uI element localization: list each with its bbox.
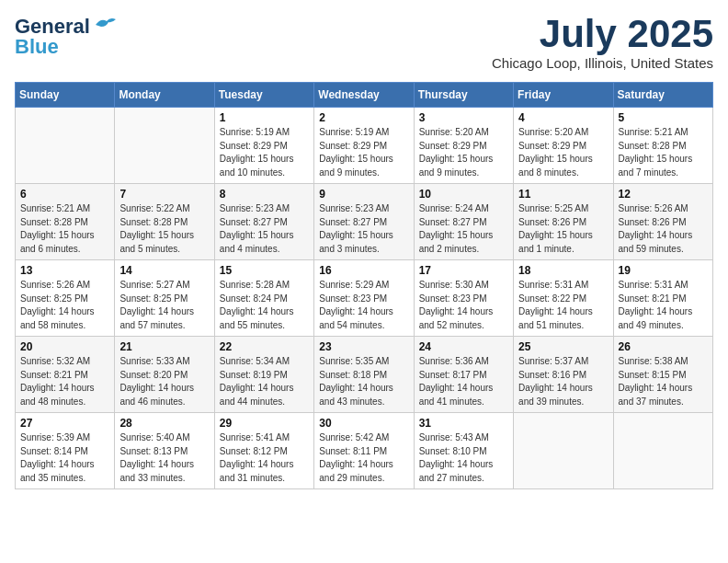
calendar-cell: 31Sunrise: 5:43 AMSunset: 8:10 PMDayligh… bbox=[414, 413, 513, 489]
logo-bird-icon bbox=[94, 16, 118, 34]
day-info: Sunrise: 5:21 AMSunset: 8:28 PMDaylight:… bbox=[619, 126, 708, 179]
calendar-cell bbox=[115, 108, 214, 184]
day-info: Sunrise: 5:27 AMSunset: 8:25 PMDaylight:… bbox=[119, 279, 209, 332]
weekday-header-friday: Friday bbox=[514, 83, 613, 108]
day-info: Sunrise: 5:26 AMSunset: 8:25 PMDaylight:… bbox=[20, 279, 109, 332]
day-number: 4 bbox=[518, 111, 608, 124]
calendar-cell: 19Sunrise: 5:31 AMSunset: 8:21 PMDayligh… bbox=[613, 260, 712, 337]
calendar-week-row: 13Sunrise: 5:26 AMSunset: 8:25 PMDayligh… bbox=[16, 260, 713, 337]
day-number: 10 bbox=[419, 188, 508, 201]
calendar-cell: 11Sunrise: 5:25 AMSunset: 8:26 PMDayligh… bbox=[514, 184, 613, 260]
day-info: Sunrise: 5:35 AMSunset: 8:18 PMDaylight:… bbox=[319, 355, 408, 408]
calendar-cell: 24Sunrise: 5:36 AMSunset: 8:17 PMDayligh… bbox=[414, 337, 513, 413]
day-info: Sunrise: 5:28 AMSunset: 8:24 PMDaylight:… bbox=[220, 279, 309, 332]
day-info: Sunrise: 5:31 AMSunset: 8:21 PMDaylight:… bbox=[619, 279, 708, 332]
page-header: General Blue July 2025 Chicago Loop, Ill… bbox=[15, 15, 713, 71]
calendar-cell: 6Sunrise: 5:21 AMSunset: 8:28 PMDaylight… bbox=[16, 184, 115, 260]
day-info: Sunrise: 5:34 AMSunset: 8:19 PMDaylight:… bbox=[220, 355, 309, 408]
day-number: 30 bbox=[319, 417, 408, 430]
day-info: Sunrise: 5:21 AMSunset: 8:28 PMDaylight:… bbox=[20, 202, 109, 256]
logo-blue: Blue bbox=[15, 35, 59, 59]
day-info: Sunrise: 5:19 AMSunset: 8:29 PMDaylight:… bbox=[220, 126, 309, 179]
calendar-header-row: SundayMondayTuesdayWednesdayThursdayFrid… bbox=[16, 83, 713, 108]
calendar-cell: 21Sunrise: 5:33 AMSunset: 8:20 PMDayligh… bbox=[115, 337, 214, 413]
day-number: 11 bbox=[518, 188, 608, 201]
day-number: 26 bbox=[619, 340, 708, 353]
day-info: Sunrise: 5:20 AMSunset: 8:29 PMDaylight:… bbox=[419, 126, 508, 179]
weekday-header-wednesday: Wednesday bbox=[314, 83, 414, 108]
day-info: Sunrise: 5:29 AMSunset: 8:23 PMDaylight:… bbox=[319, 279, 408, 332]
logo: General Blue bbox=[15, 15, 118, 59]
calendar-table: SundayMondayTuesdayWednesdayThursdayFrid… bbox=[15, 82, 713, 489]
day-info: Sunrise: 5:39 AMSunset: 8:14 PMDaylight:… bbox=[20, 431, 109, 485]
day-number: 25 bbox=[518, 340, 608, 353]
day-number: 19 bbox=[619, 264, 708, 277]
day-info: Sunrise: 5:38 AMSunset: 8:15 PMDaylight:… bbox=[619, 355, 708, 408]
day-number: 28 bbox=[119, 417, 209, 430]
calendar-cell bbox=[613, 413, 712, 489]
weekday-header-saturday: Saturday bbox=[613, 83, 712, 108]
day-number: 12 bbox=[619, 188, 708, 201]
day-info: Sunrise: 5:43 AMSunset: 8:10 PMDaylight:… bbox=[419, 431, 508, 485]
calendar-cell: 27Sunrise: 5:39 AMSunset: 8:14 PMDayligh… bbox=[16, 413, 115, 489]
calendar-cell: 5Sunrise: 5:21 AMSunset: 8:28 PMDaylight… bbox=[613, 108, 712, 184]
day-info: Sunrise: 5:37 AMSunset: 8:16 PMDaylight:… bbox=[518, 355, 608, 408]
calendar-cell: 7Sunrise: 5:22 AMSunset: 8:28 PMDaylight… bbox=[115, 184, 214, 260]
day-number: 17 bbox=[419, 264, 508, 277]
weekday-header-sunday: Sunday bbox=[16, 83, 115, 108]
calendar-cell: 14Sunrise: 5:27 AMSunset: 8:25 PMDayligh… bbox=[115, 260, 214, 337]
title-section: July 2025 Chicago Loop, Illinois, United… bbox=[492, 15, 713, 71]
day-number: 14 bbox=[119, 264, 209, 277]
day-info: Sunrise: 5:30 AMSunset: 8:23 PMDaylight:… bbox=[419, 279, 508, 332]
calendar-cell: 18Sunrise: 5:31 AMSunset: 8:22 PMDayligh… bbox=[514, 260, 613, 337]
day-number: 24 bbox=[419, 340, 508, 353]
weekday-header-monday: Monday bbox=[115, 83, 214, 108]
calendar-week-row: 27Sunrise: 5:39 AMSunset: 8:14 PMDayligh… bbox=[16, 413, 713, 489]
calendar-cell: 26Sunrise: 5:38 AMSunset: 8:15 PMDayligh… bbox=[613, 337, 712, 413]
day-number: 7 bbox=[119, 188, 209, 201]
day-number: 31 bbox=[419, 417, 508, 430]
day-info: Sunrise: 5:25 AMSunset: 8:26 PMDaylight:… bbox=[518, 202, 608, 256]
day-info: Sunrise: 5:31 AMSunset: 8:22 PMDaylight:… bbox=[518, 279, 608, 332]
day-info: Sunrise: 5:33 AMSunset: 8:20 PMDaylight:… bbox=[119, 355, 209, 408]
calendar-week-row: 1Sunrise: 5:19 AMSunset: 8:29 PMDaylight… bbox=[16, 108, 713, 184]
day-number: 6 bbox=[20, 188, 109, 201]
day-info: Sunrise: 5:20 AMSunset: 8:29 PMDaylight:… bbox=[518, 126, 608, 179]
day-info: Sunrise: 5:26 AMSunset: 8:26 PMDaylight:… bbox=[619, 202, 708, 256]
calendar-cell: 10Sunrise: 5:24 AMSunset: 8:27 PMDayligh… bbox=[414, 184, 513, 260]
calendar-week-row: 20Sunrise: 5:32 AMSunset: 8:21 PMDayligh… bbox=[16, 337, 713, 413]
calendar-cell: 12Sunrise: 5:26 AMSunset: 8:26 PMDayligh… bbox=[613, 184, 712, 260]
day-number: 27 bbox=[20, 417, 109, 430]
calendar-cell: 2Sunrise: 5:19 AMSunset: 8:29 PMDaylight… bbox=[314, 108, 414, 184]
weekday-header-thursday: Thursday bbox=[414, 83, 513, 108]
day-number: 21 bbox=[119, 340, 209, 353]
day-number: 16 bbox=[319, 264, 408, 277]
calendar-cell: 3Sunrise: 5:20 AMSunset: 8:29 PMDaylight… bbox=[414, 108, 513, 184]
calendar-cell: 8Sunrise: 5:23 AMSunset: 8:27 PMDaylight… bbox=[214, 184, 313, 260]
calendar-cell: 28Sunrise: 5:40 AMSunset: 8:13 PMDayligh… bbox=[115, 413, 214, 489]
calendar-cell: 1Sunrise: 5:19 AMSunset: 8:29 PMDaylight… bbox=[214, 108, 313, 184]
calendar-cell: 23Sunrise: 5:35 AMSunset: 8:18 PMDayligh… bbox=[314, 337, 414, 413]
day-number: 23 bbox=[319, 340, 408, 353]
calendar-cell: 25Sunrise: 5:37 AMSunset: 8:16 PMDayligh… bbox=[514, 337, 613, 413]
day-number: 29 bbox=[220, 417, 309, 430]
calendar-cell: 15Sunrise: 5:28 AMSunset: 8:24 PMDayligh… bbox=[214, 260, 313, 337]
day-number: 8 bbox=[220, 188, 309, 201]
day-info: Sunrise: 5:42 AMSunset: 8:11 PMDaylight:… bbox=[319, 431, 408, 485]
calendar-week-row: 6Sunrise: 5:21 AMSunset: 8:28 PMDaylight… bbox=[16, 184, 713, 260]
day-info: Sunrise: 5:23 AMSunset: 8:27 PMDaylight:… bbox=[319, 202, 408, 256]
day-number: 3 bbox=[419, 111, 508, 124]
weekday-header-tuesday: Tuesday bbox=[214, 83, 313, 108]
day-info: Sunrise: 5:41 AMSunset: 8:12 PMDaylight:… bbox=[220, 431, 309, 485]
day-number: 9 bbox=[319, 188, 408, 201]
day-number: 20 bbox=[20, 340, 109, 353]
calendar-cell: 17Sunrise: 5:30 AMSunset: 8:23 PMDayligh… bbox=[414, 260, 513, 337]
calendar-cell: 9Sunrise: 5:23 AMSunset: 8:27 PMDaylight… bbox=[314, 184, 414, 260]
day-number: 18 bbox=[518, 264, 608, 277]
day-info: Sunrise: 5:36 AMSunset: 8:17 PMDaylight:… bbox=[419, 355, 508, 408]
day-number: 22 bbox=[220, 340, 309, 353]
day-number: 1 bbox=[220, 111, 309, 124]
month-title: July 2025 bbox=[492, 15, 713, 53]
calendar-cell: 29Sunrise: 5:41 AMSunset: 8:12 PMDayligh… bbox=[214, 413, 313, 489]
day-number: 5 bbox=[619, 111, 708, 124]
